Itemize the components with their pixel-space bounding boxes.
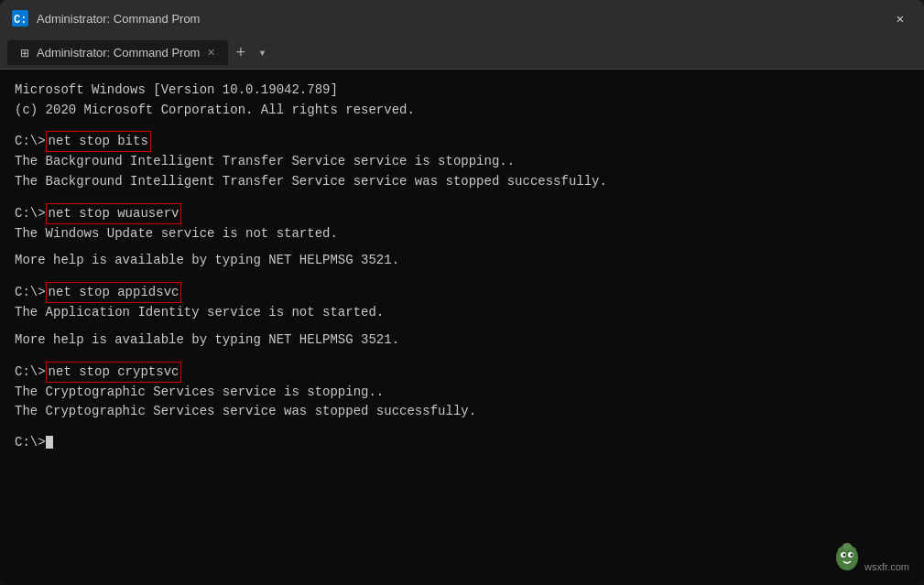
terminal-body[interactable]: Microsoft Windows [Version 10.0.19042.78… [0, 70, 924, 585]
active-tab[interactable]: ⊞ Administrator: Command Prom ✕ [7, 40, 228, 65]
command-line-1: C:\>net stop bits [15, 131, 909, 152]
cmd3-highlight: net stop appidsvc [46, 282, 182, 303]
prompt-4: C:\> [15, 363, 46, 382]
output-line-1: Microsoft Windows [Version 10.0.19042.78… [15, 81, 909, 101]
tab-bar: ⊞ Administrator: Command Prom ✕ + ▾ [0, 37, 924, 70]
titlebar-title: Administrator: Command Prom [37, 12, 887, 26]
watermark-icon [833, 541, 861, 574]
titlebar-controls: ✕ [887, 5, 913, 31]
prompt-3: C:\> [15, 283, 46, 302]
titlebar: C: Administrator: Command Prom ✕ [0, 0, 924, 37]
output-bits-stopped: The Background Intelligent Transfer Serv… [15, 172, 909, 192]
svg-point-7 [842, 543, 852, 550]
svg-point-6 [851, 554, 853, 557]
prompt-2: C:\> [15, 204, 46, 223]
output-helpmsg-1: More help is available by typing NET HEL… [15, 251, 909, 271]
close-button[interactable]: ✕ [887, 5, 913, 31]
command-prompt-window: C: Administrator: Command Prom ✕ ⊞ Admin… [0, 0, 924, 585]
watermark: wsxfr.com [833, 541, 909, 574]
tab-close-button[interactable]: ✕ [207, 47, 215, 59]
command-line-3: C:\>net stop appidsvc [15, 282, 909, 303]
tab-icon: ⊞ [20, 47, 29, 60]
svg-point-5 [843, 554, 846, 557]
output-wuauserv: The Windows Update service is not starte… [15, 224, 909, 244]
svg-point-8 [838, 547, 843, 553]
watermark-text: wsxfr.com [864, 559, 909, 575]
output-helpmsg-2: More help is available by typing NET HEL… [15, 330, 909, 351]
final-prompt: C:\> [15, 433, 46, 452]
cmd2-highlight: net stop wuauserv [46, 203, 182, 224]
svg-text:C:: C: [14, 14, 27, 27]
output-bits-stopping: The Background Intelligent Transfer Serv… [15, 152, 909, 172]
output-cryptsvc-stopped: The Cryptographic Services service was s… [15, 402, 909, 422]
cmd1-highlight: net stop bits [46, 131, 151, 152]
command-line-2: C:\>net stop wuauserv [15, 203, 909, 224]
tab-label: Administrator: Command Prom [37, 46, 200, 60]
command-line-4: C:\>net stop cryptsvc [15, 362, 909, 383]
tab-dropdown-button[interactable]: ▾ [253, 45, 271, 60]
output-appidsvc: The Application Identity service is not … [15, 303, 909, 323]
new-tab-button[interactable]: + [228, 44, 253, 62]
cmd4-highlight: net stop cryptsvc [46, 362, 182, 383]
prompt-1: C:\> [15, 132, 46, 151]
cursor [46, 436, 53, 449]
app-icon: C: [11, 9, 29, 27]
output-line-2: (c) 2020 Microsoft Corporation. All righ… [15, 101, 909, 121]
output-cryptsvc-stopping: The Cryptographic Services service is st… [15, 383, 909, 403]
svg-point-9 [851, 547, 856, 553]
final-prompt-line: C:\> [15, 433, 909, 452]
